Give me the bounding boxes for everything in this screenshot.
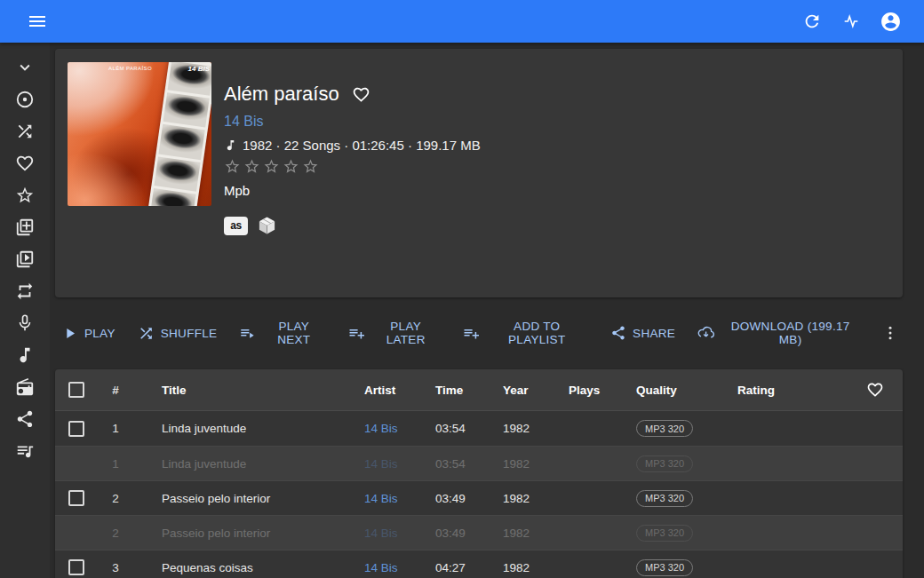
album-info: Além paraíso 14 Bis 1982 · 22 Songs · 01… <box>211 62 481 284</box>
track-year: 1982 <box>489 457 554 471</box>
table-row-ghost: 2 Passeio pelo interior 14 Bis 03:49 198… <box>55 515 903 550</box>
track-year: 1982 <box>489 422 554 435</box>
account-circle-icon[interactable] <box>874 5 906 37</box>
col-header-rating[interactable]: Rating <box>723 384 848 397</box>
row-checkbox[interactable] <box>68 559 84 575</box>
cover-title-text: ALÉM PARAÍSO <box>108 66 152 71</box>
play-icon <box>61 325 78 342</box>
table-row[interactable]: 2 Passeio pelo interior 14 Bis 03:49 198… <box>55 480 903 515</box>
sidebar-item-random[interactable] <box>0 115 50 147</box>
track-title: Passeio pelo interior <box>140 527 350 540</box>
col-header-title[interactable]: Title <box>140 384 350 397</box>
quality-chip: MP3 320 <box>636 559 693 576</box>
album-title: Além paraíso <box>224 83 339 106</box>
album-cover-art: ALÉM PARAÍSO 14 BIS <box>68 62 211 206</box>
repeat-icon <box>15 281 35 301</box>
cloud-download-icon <box>697 324 714 342</box>
download-button[interactable]: DOWNLOAD (199.17 MB) <box>693 316 864 350</box>
track-artist-link[interactable]: 14 Bis <box>364 561 398 574</box>
album-disc-icon <box>15 90 35 109</box>
track-year: 1982 <box>489 492 554 505</box>
album-artist-link[interactable]: 14 Bis <box>224 114 481 130</box>
table-row-ghost: 1 Linda juventude 14 Bis 03:54 1982 MP3 … <box>55 446 903 480</box>
music-note-icon <box>15 345 35 365</box>
track-artist-link[interactable]: 14 Bis <box>364 492 398 505</box>
album-rating[interactable] <box>224 158 481 175</box>
col-header-plays[interactable]: Plays <box>554 384 622 397</box>
sidebar-item-artists[interactable] <box>0 307 50 339</box>
track-number: 2 <box>91 527 140 540</box>
album-actions-toolbar: PLAY SHUFFLE PLAY NEXT PLAY LATER ADD TO… <box>55 316 903 350</box>
track-time: 03:49 <box>421 527 489 540</box>
table-header-row: # Title Artist Time Year Plays Quality R… <box>55 369 903 411</box>
track-number: 2 <box>91 492 140 505</box>
playlist-icon <box>15 441 35 461</box>
sidebar-item-most-played[interactable] <box>0 275 50 307</box>
sidebar-item-radios[interactable] <box>0 371 50 403</box>
track-artist-link[interactable]: 14 Bis <box>364 422 398 435</box>
microphone-icon <box>15 313 35 333</box>
col-header-num[interactable]: # <box>91 384 140 397</box>
kebab-menu-icon[interactable] <box>878 321 903 345</box>
star-outline-icon <box>302 158 319 175</box>
cover-photo <box>159 124 205 160</box>
sidebar-item-albums[interactable] <box>0 83 50 115</box>
track-number: 3 <box>91 561 140 574</box>
lastfm-badge-icon[interactable]: as <box>224 217 248 235</box>
sidebar-item-recently-added[interactable] <box>0 211 50 243</box>
playlist-add-icon <box>348 325 364 342</box>
track-title: Pequenas coisas <box>140 561 350 574</box>
sidebar-item-songs[interactable] <box>0 339 50 371</box>
quality-chip: MP3 320 <box>636 490 693 507</box>
table-row[interactable]: 1 Linda juventude 14 Bis 03:54 1982 MP3 … <box>55 411 903 446</box>
play-later-button[interactable]: PLAY LATER <box>344 316 445 350</box>
select-all-checkbox[interactable] <box>68 382 84 398</box>
sidebar-collapse-albums[interactable] <box>0 51 50 83</box>
track-title: Linda juventude <box>140 422 350 435</box>
chevron-down-icon <box>15 58 35 77</box>
sidebar-item-favourites[interactable] <box>0 147 50 179</box>
track-time: 03:54 <box>421 457 489 471</box>
col-header-quality[interactable]: Quality <box>622 384 723 397</box>
cover-band-text: 14 BIS <box>188 65 210 73</box>
row-checkbox[interactable] <box>68 490 84 506</box>
col-header-year[interactable]: Year <box>489 384 554 397</box>
album-genre: Mpb <box>224 183 481 198</box>
col-header-favorite <box>848 381 903 399</box>
radio-icon <box>15 377 35 397</box>
favorite-heart-icon[interactable] <box>352 85 370 104</box>
play-next-button[interactable]: PLAY NEXT <box>235 316 331 350</box>
row-checkbox[interactable] <box>68 421 84 437</box>
album-header-card: ALÉM PARAÍSO 14 BIS Além paraíso 14 Bis … <box>55 49 903 297</box>
sidebar-item-recently-played[interactable] <box>0 243 50 275</box>
sidebar-item-shares[interactable] <box>0 403 50 435</box>
track-year: 1982 <box>489 561 554 574</box>
quality-chip: MP3 320 <box>636 420 693 437</box>
play-button[interactable]: PLAY <box>57 321 120 345</box>
musicbrainz-cube-icon[interactable] <box>257 215 277 236</box>
main-content: ALÉM PARAÍSO 14 BIS Além paraíso 14 Bis … <box>50 43 924 578</box>
add-to-playlist-button[interactable]: ADD TO PLAYLIST <box>458 316 593 350</box>
track-year: 1982 <box>489 527 554 540</box>
shuffle-icon <box>138 325 155 342</box>
shuffle-button[interactable]: SHUFFLE <box>133 321 222 345</box>
refresh-icon[interactable] <box>796 5 828 37</box>
track-number: 1 <box>91 457 140 471</box>
col-header-artist[interactable]: Artist <box>350 384 421 397</box>
hamburger-menu-icon[interactable] <box>21 5 53 37</box>
star-outline-icon <box>283 158 299 175</box>
activity-icon[interactable] <box>835 5 867 37</box>
playlist-add-icon <box>463 325 479 342</box>
quality-chip: MP3 320 <box>636 525 693 542</box>
music-note-icon <box>224 139 237 152</box>
col-header-time[interactable]: Time <box>421 384 489 397</box>
track-artist-link: 14 Bis <box>364 457 398 471</box>
cover-photo <box>149 188 195 206</box>
app-bar <box>0 0 924 43</box>
cover-photo <box>163 92 210 128</box>
share-button[interactable]: SHARE <box>606 321 680 344</box>
table-row[interactable]: 3 Pequenas coisas 14 Bis 04:27 1982 MP3 … <box>55 550 903 578</box>
star-icon <box>15 186 35 205</box>
sidebar-item-top-rated[interactable] <box>0 179 50 211</box>
sidebar-item-playlists[interactable] <box>0 435 50 467</box>
